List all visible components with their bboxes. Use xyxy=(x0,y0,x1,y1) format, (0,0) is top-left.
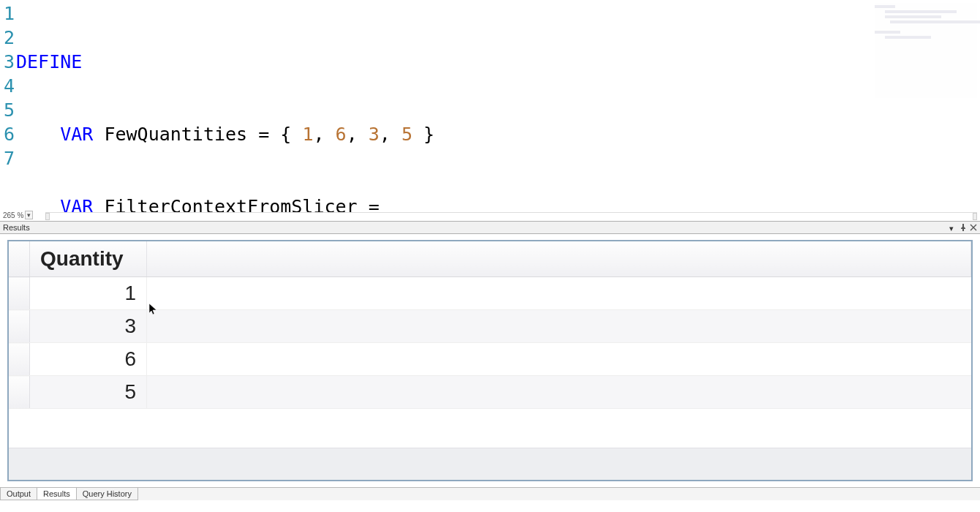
comma: , xyxy=(380,124,391,145)
tab-query-history[interactable]: Query History xyxy=(76,488,138,500)
zoom-dropdown[interactable]: ▾ xyxy=(25,211,33,219)
line-number-gutter: 1 2 3 4 5 6 7 xyxy=(0,1,16,221)
column-header-empty xyxy=(147,241,971,277)
bottom-tab-bar: Output Results Query History xyxy=(0,487,980,500)
line-number: 5 xyxy=(0,98,15,122)
cell-empty xyxy=(147,376,971,409)
minimap[interactable] xyxy=(875,3,977,98)
keyword-define: DEFINE xyxy=(16,51,82,72)
comma: , xyxy=(347,124,358,145)
line-number: 7 xyxy=(0,146,15,170)
results-panel-header: Results ▾ xyxy=(0,221,980,234)
zoom-value: 265 % xyxy=(3,211,23,219)
horizontal-scrollbar[interactable] xyxy=(45,212,977,219)
scroll-left-icon[interactable] xyxy=(45,213,50,220)
brace-open: { xyxy=(280,124,291,145)
row-header[interactable] xyxy=(9,277,30,310)
results-grid-container: Quantity 1 3 6 5 xyxy=(7,240,973,481)
cell-value[interactable]: 6 xyxy=(30,343,147,376)
cell-value[interactable]: 1 xyxy=(30,277,147,310)
line-number: 4 xyxy=(0,74,15,98)
panel-pin-icon[interactable] xyxy=(960,224,967,231)
cell-value[interactable]: 5 xyxy=(30,376,147,409)
column-header-quantity[interactable]: Quantity xyxy=(30,241,147,277)
row-header[interactable] xyxy=(9,310,30,343)
cell-empty xyxy=(147,310,971,343)
results-panel-title: Results xyxy=(3,223,30,232)
zoom-indicator: 265 % ▾ xyxy=(3,211,33,219)
comma: , xyxy=(313,124,324,145)
line-number: 2 xyxy=(0,26,15,50)
number-literal: 3 xyxy=(369,124,380,145)
keyword-var: VAR xyxy=(60,124,93,145)
cell-empty xyxy=(147,343,971,376)
panel-dropdown-icon[interactable]: ▾ xyxy=(949,224,957,231)
table-row[interactable]: 6 xyxy=(9,343,971,376)
row-header[interactable] xyxy=(9,376,30,409)
results-grid[interactable]: Quantity 1 3 6 5 xyxy=(9,241,971,409)
line-number: 6 xyxy=(0,122,15,146)
line-number: 1 xyxy=(0,1,15,26)
row-header[interactable] xyxy=(9,343,30,376)
line-number: 3 xyxy=(0,50,15,74)
identifier: FewQuantities xyxy=(104,124,247,145)
cell-empty xyxy=(147,277,971,310)
mouse-cursor-icon xyxy=(149,304,158,317)
brace-close: } xyxy=(423,124,434,145)
code-editor-pane: 1 2 3 4 5 6 7 DEFINE VAR FewQuantities =… xyxy=(0,0,980,221)
number-literal: 6 xyxy=(336,124,347,145)
results-panel-body: Quantity 1 3 6 5 xyxy=(0,234,980,487)
cell-value[interactable]: 3 xyxy=(30,310,147,343)
number-literal: 5 xyxy=(402,124,412,145)
grid-footer-strip xyxy=(9,448,971,480)
number-literal: 1 xyxy=(302,124,313,145)
scroll-right-icon[interactable] xyxy=(973,213,977,220)
row-header-corner[interactable] xyxy=(9,241,30,277)
tab-output[interactable]: Output xyxy=(0,488,37,500)
tab-results[interactable]: Results xyxy=(37,488,77,500)
code-text[interactable]: DEFINE VAR FewQuantities = { 1, 6, 3, 5 … xyxy=(16,1,853,221)
panel-close-icon[interactable] xyxy=(970,224,977,231)
op-equals: = xyxy=(258,124,269,145)
table-row[interactable]: 5 xyxy=(9,376,971,409)
code-area[interactable]: 1 2 3 4 5 6 7 DEFINE VAR FewQuantities =… xyxy=(0,0,980,221)
